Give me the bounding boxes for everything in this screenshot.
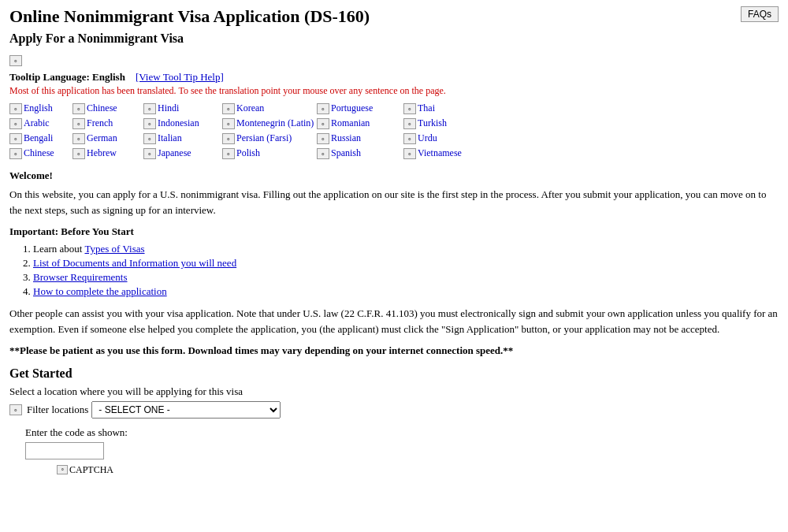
flag-icon: ⚬ bbox=[403, 103, 416, 114]
lang-russian[interactable]: ⚬Russian bbox=[317, 132, 403, 145]
tooltip-language-row: Tooltip Language: English [View Tool Tip… bbox=[9, 71, 779, 84]
flag-icon: ⚬ bbox=[72, 103, 85, 114]
flag-icon: ⚬ bbox=[143, 118, 156, 129]
flag-icon: ⚬ bbox=[222, 103, 235, 114]
flag-icon: ⚬ bbox=[222, 118, 235, 129]
lang-persian[interactable]: ⚬Persian (Farsi) bbox=[222, 132, 317, 145]
lang-chinese-2[interactable]: ⚬Chinese bbox=[9, 147, 72, 160]
tooltip-help-link[interactable]: [View Tool Tip Help] bbox=[136, 71, 224, 83]
lang-montenegrin[interactable]: ⚬Montenegrin (Latin) bbox=[222, 117, 317, 130]
captcha-section: Enter the code as shown: ⚬ CAPTCHA bbox=[25, 426, 779, 476]
flag-icon: ⚬ bbox=[143, 103, 156, 114]
list-item-1: Learn about Types of Visas bbox=[33, 243, 779, 255]
lang-arabic[interactable]: ⚬Arabic bbox=[9, 117, 72, 130]
flag-icon: ⚬ bbox=[317, 133, 329, 144]
patience-text: **Please be patient as you use this form… bbox=[9, 343, 779, 359]
flag-icon: ⚬ bbox=[222, 148, 235, 159]
location-row: ⚬ Filter locations - SELECT ONE - bbox=[9, 401, 779, 419]
location-select[interactable]: - SELECT ONE - bbox=[91, 401, 281, 419]
flag-icon: ⚬ bbox=[222, 133, 235, 144]
browser-req-link[interactable]: Browser Requirements bbox=[33, 271, 128, 283]
flag-icon: ⚬ bbox=[403, 118, 416, 129]
captcha-label: Enter the code as shown: bbox=[25, 426, 779, 439]
flag-icon: ⚬ bbox=[317, 118, 329, 129]
page-subtitle: Apply For a Nonimmigrant Visa bbox=[9, 32, 370, 46]
important-list: Learn about Types of Visas List of Docum… bbox=[33, 243, 779, 298]
faqs-button[interactable]: FAQs bbox=[741, 6, 779, 22]
list-item-3: Browser Requirements bbox=[33, 271, 779, 284]
flag-icon: ⚬ bbox=[317, 103, 329, 114]
flag-icon: ⚬ bbox=[9, 103, 22, 114]
lang-japanese[interactable]: ⚬Japanese bbox=[143, 147, 222, 160]
lang-spanish[interactable]: ⚬Spanish bbox=[317, 147, 403, 160]
flag-icon: ⚬ bbox=[72, 148, 85, 159]
lang-bengali[interactable]: ⚬Bengali bbox=[9, 132, 72, 145]
lang-english[interactable]: ⚬English bbox=[9, 102, 72, 115]
captcha-alt-text: CAPTCHA bbox=[69, 464, 113, 476]
language-grid: ⚬English ⚬Chinese ⚬Hindi ⚬Korean ⚬Portug… bbox=[9, 102, 779, 160]
select-location-label: Select a location where you will be appl… bbox=[9, 385, 779, 398]
get-started-heading: Get Started bbox=[9, 366, 779, 381]
lang-thai[interactable]: ⚬Thai bbox=[403, 102, 466, 115]
lang-romanian[interactable]: ⚬Romanian bbox=[317, 117, 403, 130]
lang-vietnamese[interactable]: ⚬Vietnamese bbox=[403, 147, 466, 160]
page-title: Online Nonimmigrant Visa Application (DS… bbox=[9, 6, 370, 27]
captcha-input[interactable] bbox=[25, 442, 104, 459]
lang-french[interactable]: ⚬French bbox=[72, 117, 143, 130]
lang-portuguese[interactable]: ⚬Portuguese bbox=[317, 102, 403, 115]
broken-image-icon: ⚬ bbox=[9, 55, 22, 66]
flag-icon: ⚬ bbox=[143, 148, 156, 159]
important-heading: Important: Before You Start bbox=[9, 225, 779, 238]
lang-german[interactable]: ⚬German bbox=[72, 132, 143, 145]
flag-icon: ⚬ bbox=[143, 133, 156, 144]
welcome-heading: Welcome! bbox=[9, 169, 779, 182]
filter-label: Filter locations bbox=[27, 404, 88, 416]
flag-icon: ⚬ bbox=[72, 118, 85, 129]
how-to-complete-link[interactable]: How to complete the application bbox=[33, 285, 167, 297]
lang-indonesian[interactable]: ⚬Indonesian bbox=[143, 117, 222, 130]
lang-korean[interactable]: ⚬Korean bbox=[222, 102, 317, 115]
lang-italian[interactable]: ⚬Italian bbox=[143, 132, 222, 145]
lang-polish[interactable]: ⚬Polish bbox=[222, 147, 317, 160]
captcha-image-row: ⚬ CAPTCHA bbox=[57, 464, 779, 476]
lang-chinese-1[interactable]: ⚬Chinese bbox=[72, 102, 143, 115]
lang-hebrew[interactable]: ⚬Hebrew bbox=[72, 147, 143, 160]
flag-icon: ⚬ bbox=[9, 148, 22, 159]
welcome-text: On this website, you can apply for a U.S… bbox=[9, 187, 779, 218]
important-section: Important: Before You Start Learn about … bbox=[9, 225, 779, 298]
types-of-visas-link[interactable]: Types of Visas bbox=[84, 243, 144, 255]
lang-hindi[interactable]: ⚬Hindi bbox=[143, 102, 222, 115]
flag-icon: ⚬ bbox=[72, 133, 85, 144]
legal-text: Other people can assist you with your vi… bbox=[9, 306, 779, 337]
lang-urdu[interactable]: ⚬Urdu bbox=[403, 132, 466, 145]
flag-icon: ⚬ bbox=[9, 133, 22, 144]
captcha-broken-image: ⚬ bbox=[57, 465, 68, 474]
documents-link[interactable]: List of Documents and Information you wi… bbox=[33, 257, 236, 269]
lang-turkish[interactable]: ⚬Turkish bbox=[403, 117, 466, 130]
flag-icon: ⚬ bbox=[403, 148, 416, 159]
filter-icon: ⚬ bbox=[9, 404, 22, 415]
list-item-2: List of Documents and Information you wi… bbox=[33, 257, 779, 270]
translation-notice: Most of this application has been transl… bbox=[9, 85, 779, 97]
flag-icon: ⚬ bbox=[403, 133, 416, 144]
flag-icon: ⚬ bbox=[9, 118, 22, 129]
list-item-4: How to complete the application bbox=[33, 285, 779, 298]
flag-icon: ⚬ bbox=[317, 148, 329, 159]
